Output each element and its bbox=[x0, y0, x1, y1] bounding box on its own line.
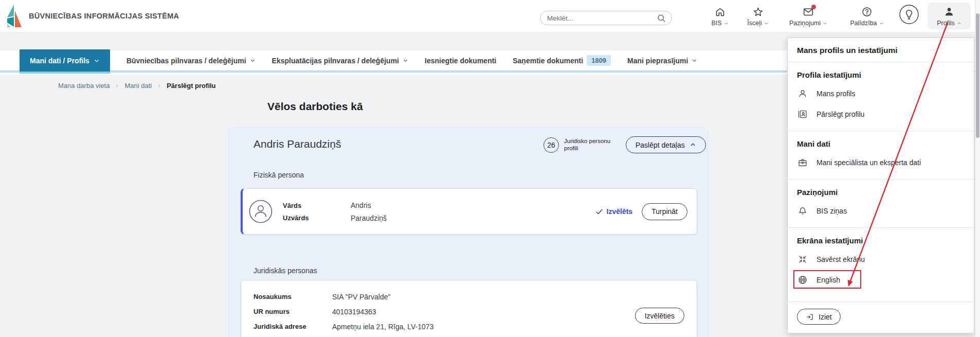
menu-item-label: BIS ziņas bbox=[816, 207, 847, 215]
section-heading: Profila iestatījumi bbox=[797, 70, 965, 79]
nav-tab-label: Mani dati / Profils bbox=[30, 57, 89, 65]
menu-section-profile-settings: Profila iestatījumi Mans profils bbox=[788, 62, 974, 131]
menu-item-label: Mani speciālista un eksperta dati bbox=[816, 158, 921, 167]
bis-logo[interactable]: BŪVNIECĪBAS INFORMĀCIJAS SISTĒMA bbox=[6, 5, 179, 27]
section-heading: Ekrāna iestatījumi bbox=[797, 236, 965, 245]
continue-button[interactable]: Turpināt bbox=[642, 203, 687, 220]
choose-button[interactable]: Izvēlēties bbox=[635, 308, 684, 324]
menu-logout-area: Iziet bbox=[788, 301, 974, 333]
chevron-down-icon bbox=[250, 58, 256, 63]
menu-item-bis-zinas[interactable]: BIS ziņas bbox=[797, 201, 965, 221]
bell-icon bbox=[797, 205, 808, 217]
menu-item-collapse-screen[interactable]: Savērst ekrānu bbox=[797, 249, 965, 270]
quick-nav-bis-label: BIS bbox=[711, 20, 721, 27]
top-header: BŪVNIECĪBAS INFORMĀCIJAS SISTĒMA BIS bbox=[0, 0, 980, 32]
logout-button[interactable]: Iziet bbox=[797, 309, 841, 325]
chevron-down-icon bbox=[823, 21, 827, 26]
menu-section-notifications: Paziņojumi BIS ziņas bbox=[788, 180, 974, 227]
nav-item-label: Iesniegtie dokumenti bbox=[425, 57, 496, 65]
legal-address-label: Juridiskā adrese bbox=[253, 323, 332, 331]
nav-item-label: Būvniecības pilnvaras / deleģējumi bbox=[126, 57, 246, 65]
chevron-down-icon bbox=[94, 58, 100, 64]
physical-person-values: Andris Paraudziņš bbox=[351, 201, 387, 222]
chevron-down-icon bbox=[692, 58, 697, 63]
chevron-down-icon bbox=[724, 21, 729, 26]
quick-nav-shortcuts[interactable]: Īsceļi bbox=[741, 3, 774, 27]
header-quick-nav: BIS Īsceļi Paziņo bbox=[705, 3, 971, 29]
person-full-name: Andris Paraudziņš bbox=[253, 138, 341, 150]
nav-item-label: Ekspluatācijas pilnvaras / deleģējumi bbox=[272, 57, 399, 65]
profile-menu-title: Mans profils un iestatījumi bbox=[788, 38, 974, 62]
nav-item-ekspluatacijas-pilnvaras[interactable]: Ekspluatācijas pilnvaras / deleģējumi bbox=[272, 57, 408, 65]
legal-reg-row: UR numurs 40103194363 bbox=[253, 308, 684, 316]
card-header-right: 26 Juridisko personu profili Paslēpt det… bbox=[543, 136, 706, 153]
legal-address-row: Juridiskā adrese Apmetņu iela 21, Rīga, … bbox=[253, 323, 684, 331]
last-name-label: Uzvārds bbox=[283, 214, 351, 222]
check-icon bbox=[595, 208, 603, 216]
hide-details-label: Paslēpt detaļas bbox=[636, 141, 685, 149]
profile-menu-panel: Mans profils un iestatījumi Profila iest… bbox=[787, 38, 974, 333]
hide-details-button[interactable]: Paslēpt detaļas bbox=[626, 136, 706, 153]
last-name-value: Paraudziņš bbox=[351, 214, 387, 222]
physical-person-card[interactable]: Vārds Uzvārds Andris Paraudziņš Izvēlēts… bbox=[241, 188, 697, 235]
chevron-down-icon bbox=[879, 21, 884, 26]
menu-item-label: Savērst ekrānu bbox=[816, 255, 865, 263]
nav-item-mani-pieprasijumi[interactable]: Mani pieprasījumi bbox=[627, 57, 697, 65]
app-title: BŪVNIECĪBAS INFORMĀCIJAS SISTĒMA bbox=[29, 12, 179, 20]
menu-item-parslegt-profilu[interactable]: Pārslēgt profilu bbox=[797, 104, 965, 125]
menu-item-english-language[interactable]: English bbox=[797, 270, 965, 290]
breadcrumb-separator-icon bbox=[115, 83, 119, 88]
first-name-label: Vārds bbox=[283, 202, 351, 209]
selected-indicator[interactable]: Izvēlēts bbox=[595, 207, 633, 216]
nav-item-sanemtie-dokumenti[interactable]: Saņemtie dokumenti 1809 bbox=[513, 55, 611, 66]
quick-nav-help[interactable]: Palīdzība bbox=[842, 3, 892, 27]
legal-persons-section-label: Juridiskās personas bbox=[253, 267, 317, 275]
menu-item-label: English bbox=[816, 276, 840, 284]
idea-lightbulb-button[interactable] bbox=[898, 3, 920, 25]
search-icon[interactable] bbox=[657, 13, 666, 23]
person-outline-icon bbox=[797, 88, 808, 99]
scrollbar-thumb[interactable] bbox=[976, 13, 979, 138]
chevron-up-icon bbox=[689, 141, 696, 148]
breadcrumb: Mana darba vieta Mani dati Pārslēgt prof… bbox=[58, 82, 216, 90]
physical-person-section-label: Fiziskā persona bbox=[253, 171, 304, 179]
menu-item-mans-profils[interactable]: Mans profils bbox=[797, 83, 965, 104]
bis-application-window: BŪVNIECĪBAS INFORMĀCIJAS SISTĒMA BIS bbox=[0, 0, 980, 337]
quick-nav-bis[interactable]: BIS bbox=[705, 3, 734, 27]
switch-profile-icon bbox=[797, 109, 808, 120]
unread-count-badge: 1809 bbox=[587, 55, 611, 66]
notification-badge-dot bbox=[811, 5, 816, 9]
selected-label: Izvēlēts bbox=[607, 207, 633, 216]
quick-nav-profile[interactable]: Profils bbox=[928, 3, 971, 29]
nav-tab-mani-dati-profils[interactable]: Mani dati / Profils bbox=[20, 49, 110, 72]
quick-nav-help-label: Palīdzība bbox=[850, 20, 877, 27]
quick-nav-notifications[interactable]: Paziņojumi bbox=[782, 3, 835, 27]
breadcrumb-workplace-link[interactable]: Mana darba vieta bbox=[58, 82, 110, 90]
profile-chooser-card: Andris Paraudziņš 26 Juridisko personu p… bbox=[228, 127, 709, 337]
nav-item-label: Mani pieprasījumi bbox=[627, 57, 688, 65]
lightbulb-icon bbox=[898, 4, 920, 25]
breadcrumb-my-data-link[interactable]: Mani dati bbox=[124, 82, 152, 90]
choose-label: Izvēlēties bbox=[645, 312, 675, 320]
legal-profiles-caption: Juridisko personu profili bbox=[564, 138, 618, 152]
section-heading: Mani dati bbox=[797, 139, 965, 148]
nav-item-label: Saņemtie dokumenti bbox=[513, 57, 583, 65]
legal-reg-value: 40103194363 bbox=[332, 308, 376, 316]
logout-label: Iziet bbox=[819, 313, 832, 321]
search-input[interactable] bbox=[547, 14, 657, 22]
menu-section-screen-settings: Ekrāna iestatījumi Savērst ekrānu bbox=[788, 228, 974, 296]
menu-item-specialist-data[interactable]: Mani speciālista un eksperta dati bbox=[797, 152, 965, 173]
menu-item-label: Mans profils bbox=[816, 90, 855, 98]
exit-icon bbox=[806, 313, 814, 321]
legal-person-card[interactable]: Nosaukums SIA "PV Pārvalde" UR numurs 40… bbox=[241, 280, 697, 337]
nav-item-buvniecibas-pilnvaras[interactable]: Būvniecības pilnvaras / deleģējumi bbox=[126, 57, 256, 65]
chevron-up-icon bbox=[957, 21, 961, 26]
nav-item-iesniegtie-dokumenti[interactable]: Iesniegtie dokumenti bbox=[425, 57, 496, 65]
legal-address-value: Apmetņu iela 21, Rīga, LV-1073 bbox=[332, 323, 433, 331]
home-icon bbox=[715, 6, 725, 18]
bis-logo-icon bbox=[6, 5, 24, 27]
quick-nav-profile-label: Profils bbox=[937, 20, 955, 27]
legal-name-label: Nosaukums bbox=[253, 293, 332, 301]
chevron-down-icon bbox=[403, 58, 408, 63]
breadcrumb-separator-icon bbox=[157, 83, 161, 88]
